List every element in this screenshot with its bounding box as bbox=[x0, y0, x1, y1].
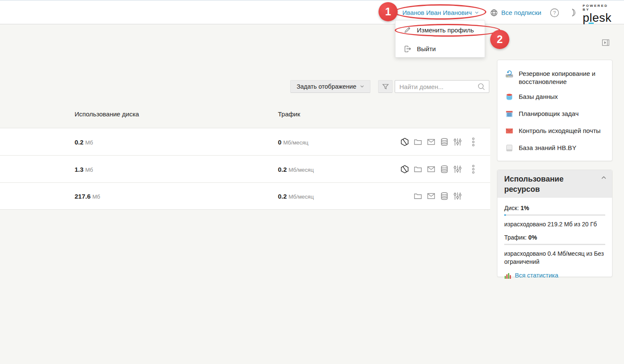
plesk-logo-text: plesk bbox=[583, 11, 612, 24]
hosting-settings-sliders-icon[interactable] bbox=[453, 165, 462, 173]
mail-envelope-icon[interactable] bbox=[427, 137, 436, 146]
disk-usage-value: 1.3 bbox=[75, 165, 84, 173]
filter-funnel-icon bbox=[382, 83, 389, 90]
disk-usage-value: 217.6 bbox=[75, 193, 91, 200]
mail-control-icon bbox=[505, 127, 514, 135]
knowledge-base-icon bbox=[505, 144, 514, 152]
row-kebab-menu-icon[interactable] bbox=[471, 137, 475, 147]
column-header-disk-usage[interactable]: Использование диска bbox=[75, 110, 139, 118]
table-row: 1.3 Мб 0.2 Мб/месяц bbox=[0, 155, 490, 182]
traffic-unit: Мб/месяц bbox=[289, 166, 314, 173]
disk-usage-detail: израсходовано 219.2 Мб из 20 Гб bbox=[504, 220, 605, 228]
row-kebab-menu-icon[interactable] bbox=[471, 164, 475, 174]
all-statistics-link[interactable]: Вся статистика bbox=[504, 272, 605, 279]
help-icon[interactable]: ? bbox=[550, 8, 559, 17]
databases-color-icon bbox=[505, 92, 514, 101]
traffic-value: 0.2 bbox=[278, 193, 287, 200]
sidebar-item-label: Резервное копирование и восстановление bbox=[519, 69, 604, 86]
sidebar-item-label: Планировщик задач bbox=[519, 110, 578, 118]
chevron-down-icon bbox=[475, 12, 479, 14]
sidebar-item-label: База знаний HB.BY bbox=[519, 144, 576, 152]
set-display-button[interactable]: Задать отображение bbox=[290, 80, 370, 93]
file-manager-folder-icon[interactable] bbox=[413, 137, 422, 146]
mail-envelope-icon[interactable] bbox=[427, 165, 436, 173]
sidebar-item-databases[interactable]: Базы данных bbox=[505, 92, 604, 101]
traffic-unit: Мб/месяц bbox=[283, 139, 309, 145]
dark-mode-moon-icon[interactable] bbox=[567, 8, 577, 17]
search-input[interactable] bbox=[395, 83, 477, 90]
all-subscriptions-link[interactable]: Все подписки bbox=[490, 1, 541, 24]
pencil-icon bbox=[403, 26, 411, 34]
databases-icon[interactable] bbox=[440, 165, 449, 173]
set-display-label: Задать отображение bbox=[297, 83, 356, 90]
traffic-label: Трафик: bbox=[504, 234, 527, 241]
search-icon[interactable] bbox=[477, 83, 489, 91]
traffic-value: 0.2 bbox=[278, 165, 287, 173]
svg-text:?: ? bbox=[553, 10, 556, 15]
disk-label: Диск: bbox=[504, 205, 519, 211]
chevron-down-icon bbox=[360, 85, 364, 88]
collapse-sidebar-icon[interactable] bbox=[602, 39, 610, 46]
table-row: 217.6 Мб 0.2 Мб/месяц bbox=[0, 182, 490, 210]
annotation-step-2: 2 bbox=[490, 30, 509, 49]
disk-usage-unit: Мб bbox=[85, 139, 93, 145]
site-preview-disabled-icon[interactable] bbox=[400, 137, 409, 146]
tools-panel: Резервное копирование и восстановление Б… bbox=[497, 60, 612, 161]
all-statistics-label: Вся статистика bbox=[515, 272, 558, 279]
traffic-unit: Мб/месяц bbox=[289, 194, 314, 200]
bar-chart-icon bbox=[504, 272, 511, 279]
site-preview-disabled-icon[interactable] bbox=[400, 165, 409, 173]
menu-item-label: Выйти bbox=[417, 45, 436, 52]
hosting-settings-sliders-icon[interactable] bbox=[453, 192, 462, 201]
disk-usage-unit: Мб bbox=[85, 166, 93, 173]
all-subscriptions-label: Все подписки bbox=[501, 9, 541, 16]
mail-envelope-icon[interactable] bbox=[427, 192, 436, 201]
globe-icon bbox=[490, 9, 498, 17]
sidebar-item-outgoing-mail-control[interactable]: Контроль исходящей почты bbox=[505, 127, 604, 135]
scheduler-calendar-icon bbox=[505, 110, 514, 118]
menu-item-label: Изменить профиль bbox=[417, 26, 474, 34]
sidebar-item-scheduler[interactable]: Планировщик задач bbox=[505, 110, 604, 118]
disk-usage-unit: Мб bbox=[92, 194, 100, 200]
powered-by-label: POWERED BY bbox=[583, 4, 615, 12]
chevron-up-icon[interactable] bbox=[601, 176, 606, 179]
domains-table: Использование диска Трафик 0.2 Мб 0 Мб/м… bbox=[0, 102, 490, 210]
file-manager-folder-icon[interactable] bbox=[413, 192, 422, 201]
hosting-settings-sliders-icon[interactable] bbox=[453, 137, 462, 146]
disk-usage-value: 0.2 bbox=[75, 138, 84, 145]
table-header-row: Использование диска Трафик bbox=[0, 102, 490, 128]
user-icon bbox=[391, 9, 399, 17]
traffic-usage-detail: израсходовано 0.4 Мб/месяц из Без ограни… bbox=[504, 250, 605, 266]
top-header: Иванов Иван Иванович Все подписки ? bbox=[0, 0, 624, 24]
menu-item-logout[interactable]: Выйти bbox=[396, 39, 485, 58]
plesk-logo-underscore bbox=[589, 23, 594, 24]
resource-usage-header: Использование ресурсов bbox=[497, 170, 612, 198]
traffic-percent: 0% bbox=[529, 234, 537, 241]
backup-restore-icon bbox=[505, 69, 514, 86]
sidebar-item-backup-restore[interactable]: Резервное копирование и восстановление bbox=[505, 69, 604, 86]
table-row: 0.2 Мб 0 Мб/месяц bbox=[0, 128, 490, 155]
disk-progress-bar bbox=[504, 214, 605, 216]
databases-icon[interactable] bbox=[440, 137, 449, 146]
domain-search bbox=[395, 80, 489, 93]
traffic-value: 0 bbox=[278, 138, 281, 145]
resource-usage-title: Использование ресурсов bbox=[504, 174, 579, 194]
user-name: Иванов Иван Иванович bbox=[402, 9, 472, 16]
sidebar-item-label: Контроль исходящей почты bbox=[519, 127, 601, 135]
plesk-logo: POWERED BY plesk bbox=[583, 4, 615, 24]
traffic-progress-bar bbox=[504, 244, 605, 245]
databases-icon[interactable] bbox=[440, 192, 449, 201]
file-manager-folder-icon[interactable] bbox=[413, 165, 422, 173]
menu-item-edit-profile[interactable]: Изменить профиль bbox=[396, 20, 485, 39]
disk-percent: 1% bbox=[520, 205, 529, 211]
sidebar-item-knowledge-base[interactable]: База знаний HB.BY bbox=[505, 144, 604, 152]
filter-button[interactable] bbox=[378, 80, 393, 93]
resource-usage-panel: Использование ресурсов Диск: 1% израсход… bbox=[497, 170, 612, 277]
column-header-traffic[interactable]: Трафик bbox=[278, 110, 300, 118]
logout-icon bbox=[403, 45, 411, 53]
sidebar-item-label: Базы данных bbox=[519, 92, 558, 101]
user-dropdown-menu: Изменить профиль Выйти bbox=[395, 20, 485, 58]
